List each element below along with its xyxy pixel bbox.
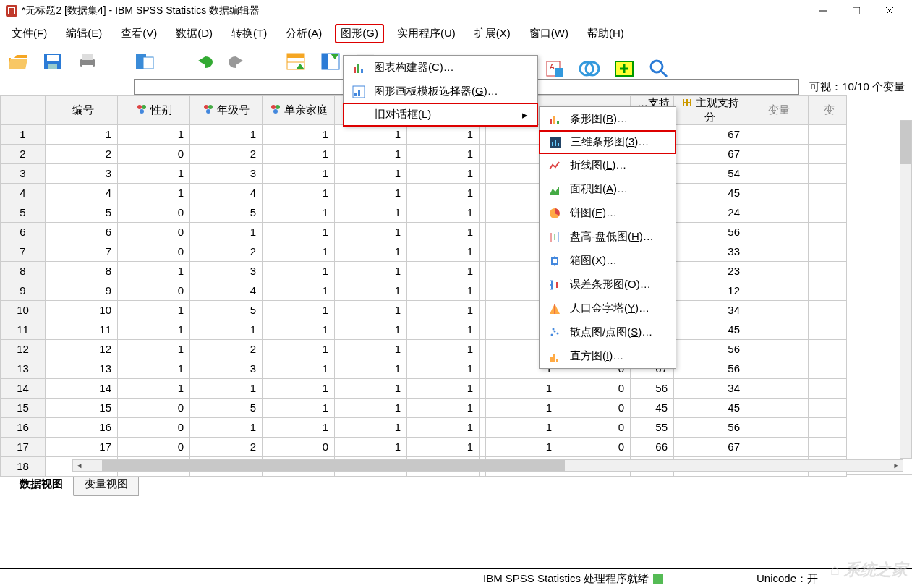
row-header[interactable]: 7: [1, 242, 46, 261]
cell[interactable]: [480, 281, 486, 300]
cell[interactable]: [809, 144, 847, 163]
menu-t[interactable]: 转换(T): [226, 24, 273, 43]
cell[interactable]: [809, 300, 847, 320]
cell[interactable]: 1: [263, 124, 335, 144]
cell[interactable]: 56: [631, 378, 674, 398]
save-button[interactable]: [41, 49, 65, 74]
cell[interactable]: 1: [190, 124, 263, 144]
cell[interactable]: [746, 398, 809, 417]
cell[interactable]: 1: [335, 437, 407, 456]
cell[interactable]: [746, 124, 809, 144]
cell[interactable]: 45: [631, 398, 674, 417]
cell[interactable]: 2: [190, 437, 263, 456]
cell[interactable]: 1: [335, 183, 407, 203]
cell[interactable]: 1: [118, 261, 190, 281]
cell[interactable]: 1: [335, 359, 407, 378]
cell[interactable]: [809, 242, 847, 261]
cell[interactable]: [480, 359, 486, 378]
redo-button[interactable]: [226, 49, 250, 74]
cell[interactable]: 8: [46, 261, 118, 281]
cell[interactable]: 4: [46, 183, 118, 203]
cell[interactable]: 1: [263, 300, 335, 320]
cell[interactable]: 10: [46, 300, 118, 320]
cell[interactable]: 1: [407, 300, 480, 320]
column-header-3[interactable]: 单亲家庭: [263, 96, 335, 125]
row-header[interactable]: 14: [1, 378, 46, 398]
cell[interactable]: [746, 339, 809, 359]
cell[interactable]: 1: [486, 437, 558, 456]
row-header[interactable]: 1: [1, 124, 46, 144]
cell[interactable]: [480, 124, 486, 144]
cell[interactable]: 67: [674, 144, 746, 163]
cell[interactable]: 3: [190, 359, 263, 378]
cell[interactable]: 4: [190, 281, 263, 300]
cell[interactable]: 1: [335, 398, 407, 417]
cell[interactable]: [809, 281, 847, 300]
row-header[interactable]: 17: [1, 437, 46, 456]
close-button[interactable]: [873, 0, 906, 22]
cell[interactable]: 6: [46, 222, 118, 242]
cell[interactable]: 1: [118, 124, 190, 144]
cell[interactable]: 1: [118, 163, 190, 183]
cell[interactable]: 0: [118, 203, 190, 222]
cell[interactable]: 1: [335, 163, 407, 183]
cell[interactable]: [480, 144, 486, 163]
cell[interactable]: 1: [263, 339, 335, 359]
row-header[interactable]: 11: [1, 320, 46, 339]
cell[interactable]: 11: [46, 320, 118, 339]
menu-item-2[interactable]: 旧对话框(L)▸: [343, 103, 538, 127]
cell[interactable]: 1: [407, 222, 480, 242]
cell[interactable]: 1: [190, 320, 263, 339]
column-header-10[interactable]: 主观支持分: [674, 96, 746, 125]
cell[interactable]: 1: [407, 203, 480, 222]
cell[interactable]: 0: [558, 437, 631, 456]
cell[interactable]: [746, 163, 809, 183]
cell[interactable]: 1: [118, 183, 190, 203]
undo-button[interactable]: [191, 49, 216, 74]
open-button[interactable]: [6, 49, 30, 74]
menu-item-0[interactable]: 图表构建器(C)…: [344, 56, 537, 80]
cell[interactable]: 0: [558, 417, 631, 437]
cell[interactable]: 1: [407, 320, 480, 339]
cell[interactable]: [809, 437, 847, 456]
find-button[interactable]: [647, 56, 671, 81]
menu-item-1[interactable]: 图形画板模板选择器(G)…: [344, 80, 537, 103]
column-header-2[interactable]: 年级号: [190, 96, 263, 125]
cell[interactable]: 1: [335, 417, 407, 437]
print-button[interactable]: [75, 49, 100, 74]
menu-u[interactable]: 实用程序(U): [391, 24, 461, 43]
cell[interactable]: 12: [674, 281, 746, 300]
cell[interactable]: 1: [407, 437, 480, 456]
cell[interactable]: [746, 378, 809, 398]
cell[interactable]: [746, 320, 809, 339]
use-sets-button[interactable]: [577, 56, 602, 81]
cell[interactable]: [746, 437, 809, 456]
cell[interactable]: 1: [407, 378, 480, 398]
cell[interactable]: 1: [335, 281, 407, 300]
row-header[interactable]: 13: [1, 359, 46, 378]
cell[interactable]: 1: [263, 222, 335, 242]
cell[interactable]: 1: [190, 417, 263, 437]
cell[interactable]: 1: [407, 144, 480, 163]
submenu-item-7[interactable]: 误差条形图(O)…: [540, 273, 676, 297]
row-header[interactable]: 2: [1, 144, 46, 163]
cell[interactable]: 45: [674, 183, 746, 203]
show-all-button[interactable]: [612, 56, 636, 81]
cell[interactable]: 1: [263, 163, 335, 183]
cell[interactable]: 24: [674, 203, 746, 222]
row-header[interactable]: 18: [1, 456, 46, 476]
recall-dialog-button[interactable]: [133, 49, 158, 74]
menu-f[interactable]: 文件(F): [6, 24, 53, 43]
cell[interactable]: 55: [631, 417, 674, 437]
cell[interactable]: 56: [674, 339, 746, 359]
cell[interactable]: [480, 339, 486, 359]
row-header[interactable]: 3: [1, 163, 46, 183]
cell[interactable]: 1: [263, 281, 335, 300]
cell[interactable]: 67: [674, 437, 746, 456]
cell[interactable]: 0: [118, 144, 190, 163]
menu-w[interactable]: 窗口(W): [524, 24, 574, 43]
cell[interactable]: 9: [46, 281, 118, 300]
cell[interactable]: 1: [263, 378, 335, 398]
cell[interactable]: 0: [118, 222, 190, 242]
cell[interactable]: [480, 417, 486, 437]
